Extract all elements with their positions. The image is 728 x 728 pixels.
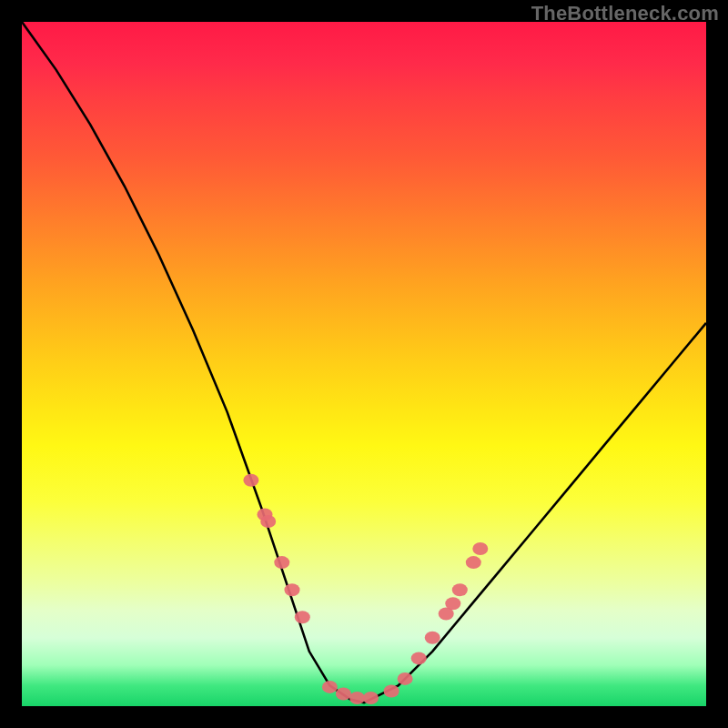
bottleneck-curve xyxy=(22,22,706,703)
data-point xyxy=(336,688,351,701)
data-point xyxy=(466,556,481,569)
data-point xyxy=(322,681,338,693)
data-point xyxy=(472,542,488,555)
data-point xyxy=(363,692,379,704)
data-point xyxy=(445,597,460,610)
data-point xyxy=(398,672,413,685)
data-point xyxy=(425,632,440,644)
bottleneck-plot xyxy=(22,22,706,706)
data-point xyxy=(260,515,276,528)
data-point xyxy=(349,692,365,704)
watermark: TheBottleneck.com xyxy=(531,2,719,25)
chart-area xyxy=(22,22,706,706)
data-point xyxy=(243,474,258,487)
data-point xyxy=(285,583,300,596)
data-point xyxy=(452,583,468,596)
data-point xyxy=(274,556,289,569)
data-point xyxy=(295,611,310,623)
data-point xyxy=(411,652,427,664)
data-point xyxy=(384,685,399,698)
